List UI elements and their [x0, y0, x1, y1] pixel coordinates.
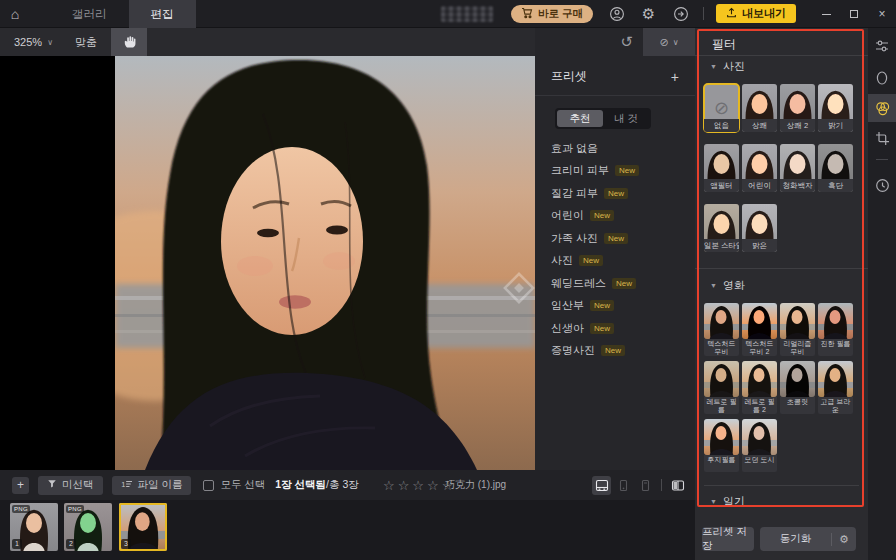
star-icon[interactable]: ☆	[383, 478, 395, 493]
filter-item-fresh[interactable]: 상쾌	[742, 84, 777, 132]
filter-item-child[interactable]: 어린이	[742, 144, 777, 192]
settings-gear-icon[interactable]: ⚙	[640, 5, 657, 22]
canvas[interactable]	[0, 56, 535, 470]
section-header-photo[interactable]: ▼ 사진	[710, 59, 745, 74]
filter-thumbnail	[780, 361, 815, 397]
filter-item-realism-movie[interactable]: 리얼리즘 무비	[780, 303, 815, 356]
filter-item-porcelain[interactable]: 청화백자	[780, 144, 815, 192]
buy-now-button[interactable]: 바로 구매	[511, 5, 593, 23]
filter-item-textured-movie-2[interactable]: 텍스처드 무비 2	[742, 303, 777, 356]
app-window: ⌂ 갤러리 편집 바로 구매 ⚙ 내보내기 × 325% ∨ 맞춤	[0, 0, 896, 560]
section-label: 일기	[723, 494, 745, 509]
filter-item-retro-film[interactable]: 레트로 필름	[704, 361, 739, 414]
show-original-button[interactable]: ⊘ ∨	[643, 28, 695, 56]
filter-item-label: 밝기	[818, 119, 853, 132]
preset-item-family-photo[interactable]: 가족 사진New	[535, 227, 695, 250]
zoom-level-dropdown[interactable]: 325% ∨	[0, 28, 61, 56]
filter-item-ebony[interactable]: 흑단	[818, 144, 853, 192]
checkbox-icon	[203, 480, 214, 491]
filter-item-luxury-brown[interactable]: 고급 브라운	[818, 361, 853, 414]
sync-button[interactable]: 동기화 ⚙	[760, 527, 856, 551]
segment-mine[interactable]: 내 것	[603, 110, 649, 127]
section-header-movie[interactable]: ▼ 영화	[710, 278, 745, 293]
photo-thumbnail-2[interactable]: PNG 2	[64, 503, 112, 551]
preset-item-wedding-dress[interactable]: 웨딩드레스New	[535, 272, 695, 295]
grid-view-button[interactable]	[614, 476, 633, 495]
preset-item-newborn[interactable]: 신생아New	[535, 317, 695, 340]
filter-item-fresh-2[interactable]: 상쾌 2	[780, 84, 815, 132]
history-clock-icon[interactable]	[868, 171, 896, 199]
sort-icon: 1	[121, 479, 133, 491]
divider	[695, 268, 868, 269]
select-all-checkbox[interactable]: 모두 선택	[203, 478, 265, 492]
minimize-button[interactable]	[812, 7, 840, 21]
preset-item-label: 증명사진	[551, 343, 595, 358]
hand-tool-button[interactable]	[111, 28, 147, 56]
original-icon: ⊘	[659, 36, 668, 49]
sort-filename-button[interactable]: 1 파일 이름	[112, 476, 192, 495]
preset-segmented-control: 추천 내 것	[555, 108, 651, 129]
sync-settings-gear-icon[interactable]: ⚙	[832, 533, 856, 546]
filter-item-modern-city[interactable]: 모던 도시	[742, 419, 777, 472]
filter-item-label: 리얼리즘 무비	[780, 339, 815, 356]
chevron-down-icon: ∨	[47, 38, 53, 47]
add-image-button[interactable]: +	[12, 477, 29, 494]
filter-item-retro-film-2[interactable]: 레트로 필름 2	[742, 361, 777, 414]
star-icon[interactable]: ☆	[427, 478, 439, 493]
thumbnail-index: 2	[66, 539, 76, 549]
filter-item-label: 상쾌 2	[780, 119, 815, 132]
preset-item-id-photo[interactable]: 증명사진New	[535, 340, 695, 363]
filter-item-label: 레트로 필름	[704, 397, 739, 414]
compare-split-button[interactable]	[668, 476, 687, 495]
account-icon[interactable]	[608, 5, 625, 22]
star-icon[interactable]: ☆	[412, 478, 424, 493]
filter-item-textured-movie[interactable]: 텍스처드 무비	[704, 303, 739, 356]
new-badge: New	[590, 210, 614, 221]
crop-icon[interactable]	[868, 124, 896, 152]
beauty-face-icon[interactable]	[868, 64, 896, 92]
filter-thumbnail	[818, 303, 853, 339]
save-preset-button[interactable]: 프리셋 저장	[702, 527, 754, 551]
add-preset-button[interactable]: +	[671, 69, 679, 85]
segment-recommended[interactable]: 추천	[557, 110, 603, 127]
filter-item-deep-film[interactable]: 진한 필름	[818, 303, 853, 356]
preset-item-child[interactable]: 어린이New	[535, 205, 695, 228]
svg-text:1: 1	[121, 480, 125, 489]
filmstrip-view-button[interactable]	[592, 476, 611, 495]
filter-item-label: 텍스처드 무비	[704, 339, 739, 356]
preset-item-texture-skin[interactable]: 질감 피부New	[535, 182, 695, 205]
preset-item-pregnant[interactable]: 임산부New	[535, 295, 695, 318]
preset-item-creamy-skin[interactable]: 크리미 피부New	[535, 160, 695, 183]
filter-thumbnail	[742, 303, 777, 339]
filter-item-clear[interactable]: 맑은	[742, 204, 777, 252]
tab-gallery[interactable]: 갤러리	[50, 0, 129, 28]
filter-item-none[interactable]: ⊘ 없음	[704, 84, 739, 132]
filter-item-japan-style[interactable]: 일본 스타일	[704, 204, 739, 252]
arrow-circle-icon[interactable]	[672, 5, 689, 22]
filter-item-fujifilm[interactable]: 후지필름	[704, 419, 739, 472]
section-arrow-icon: ▼	[710, 498, 717, 505]
list-view-button[interactable]	[636, 476, 655, 495]
star-icon[interactable]: ☆	[398, 478, 410, 493]
close-button[interactable]: ×	[868, 7, 896, 21]
tab-edit[interactable]: 편집	[129, 0, 196, 28]
fit-button[interactable]: 맞춤	[61, 28, 111, 56]
undo-icon[interactable]: ↺	[610, 33, 643, 51]
adjust-sliders-icon[interactable]	[868, 32, 896, 60]
thumbnail-index: 1	[12, 539, 22, 549]
filter-item-chocolate[interactable]: 초콜릿	[780, 361, 815, 414]
photo-thumbnail-1[interactable]: PNG 1	[10, 503, 58, 551]
photo-thumbnail-3[interactable]: 3	[119, 503, 167, 551]
preset-item-no-effect[interactable]: 효과 없음	[535, 137, 695, 160]
home-icon[interactable]: ⌂	[0, 6, 30, 22]
filter-tricircle-icon[interactable]	[868, 94, 896, 122]
section-header-diary[interactable]: ▼ 일기	[710, 494, 745, 509]
maximize-button[interactable]	[840, 7, 868, 21]
new-badge: New	[615, 165, 639, 176]
export-button[interactable]: 내보내기	[716, 4, 796, 23]
section-arrow-icon: ▼	[710, 282, 717, 289]
filter-item-bright[interactable]: 밝기	[818, 84, 853, 132]
filter-item-am-filter[interactable]: 앰필터	[704, 144, 739, 192]
preset-item-photo[interactable]: 사진New	[535, 250, 695, 273]
filter-unselected-button[interactable]: 미선택	[38, 476, 103, 495]
